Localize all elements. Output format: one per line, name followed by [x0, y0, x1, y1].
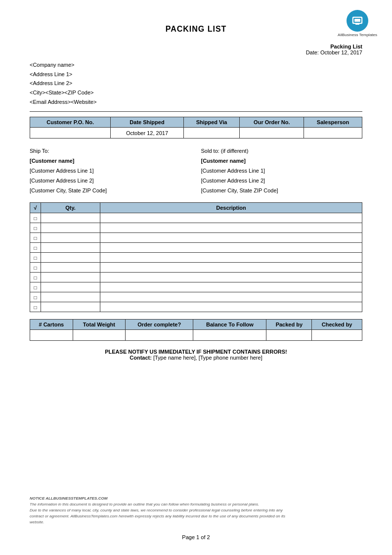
item-qty — [41, 282, 100, 292]
col-qty: Qty. — [41, 203, 100, 213]
footer-notice-header: NOTICE ALLBUSINESSTEMPLATES.COM — [30, 496, 362, 502]
item-description — [100, 253, 362, 263]
city-state-zip: <City><State><ZIP Code> — [30, 88, 362, 97]
sold-to-block: Sold to: (if different) [Customer name] … — [201, 146, 363, 195]
document-page: AllBusiness Templates PACKING LIST Packi… — [0, 0, 392, 555]
ship-to-name: [Customer name] — [30, 156, 191, 166]
col-customer-po: Customer P.O. No. — [30, 117, 111, 128]
cell-date-shipped: October 12, 2017 — [111, 128, 183, 139]
item-row: □ — [30, 213, 362, 223]
item-check: □ — [30, 213, 41, 223]
item-qty — [41, 273, 100, 282]
item-description — [100, 282, 362, 292]
doc-date-label: Date: — [306, 49, 319, 55]
section-divider — [30, 111, 362, 112]
item-description — [100, 273, 362, 282]
notice-section: PLEASE NOTIFY US IMMEDIATELY IF SHIPMENT… — [30, 349, 362, 361]
ship-sold-section: Ship To: [Customer name] [Customer Addre… — [30, 146, 362, 195]
contact-value: [Type name here], [Type phone number her… — [153, 355, 262, 361]
item-row: □ — [30, 253, 362, 263]
notice-contact: Contact: [Type name here], [Type phone n… — [30, 355, 362, 361]
contact-label: Contact: — [130, 355, 153, 361]
page-title: PACKING LIST — [30, 25, 362, 34]
ship-to-label: Ship To: — [30, 146, 191, 156]
logo-icon — [347, 10, 368, 32]
cell-total-weight — [73, 330, 125, 341]
footer-notice: NOTICE ALLBUSINESSTEMPLATES.COM The info… — [30, 496, 362, 525]
item-check: □ — [30, 263, 41, 273]
item-check: □ — [30, 273, 41, 282]
header-table: Customer P.O. No. Date Shipped Shipped V… — [30, 117, 362, 139]
item-check: □ — [30, 282, 41, 292]
item-row: □ — [30, 302, 362, 312]
ship-to-addr1: [Customer Address Line 1] — [30, 166, 191, 176]
col-order-no: Our Order No. — [240, 117, 304, 128]
col-order-complete: Order complete? — [125, 320, 193, 330]
ship-to-city: [Customer City, State ZIP Code] — [30, 186, 191, 196]
items-table: √ Qty. Description □ □ □ □ □ □ — [30, 202, 362, 312]
summary-row — [30, 330, 362, 341]
item-qty — [41, 302, 100, 312]
cell-shipped-via — [183, 128, 240, 139]
notice-main: PLEASE NOTIFY US IMMEDIATELY IF SHIPMENT… — [30, 349, 362, 355]
cell-salesperson — [304, 128, 362, 139]
doc-date-value: October 12, 2017 — [320, 49, 362, 55]
item-check: □ — [30, 253, 41, 263]
col-date-shipped: Date Shipped — [111, 117, 183, 128]
cell-order-complete — [125, 330, 193, 341]
item-qty — [41, 243, 100, 253]
sold-to-addr1: [Customer Address Line 1] — [201, 166, 363, 176]
col-description: Description — [100, 203, 362, 213]
item-row: □ — [30, 292, 362, 302]
address-line2: <Address Line 2> — [30, 79, 362, 88]
logo-area: AllBusiness Templates — [338, 10, 377, 38]
svg-rect-2 — [354, 19, 360, 22]
item-description — [100, 213, 362, 223]
summary-table: # Cartons Total Weight Order complete? B… — [30, 319, 362, 341]
address-line1: <Address Line 1> — [30, 70, 362, 79]
doc-info: Packing List Date: October 12, 2017 — [30, 44, 362, 55]
doc-label: Packing List — [330, 44, 362, 49]
item-row: □ — [30, 233, 362, 243]
company-name: <Company name> — [30, 60, 362, 70]
col-total-weight: Total Weight — [73, 320, 125, 330]
logo-text: AllBusiness Templates — [338, 33, 377, 38]
col-check: √ — [30, 203, 41, 213]
sold-to-name: [Customer name] — [201, 156, 363, 166]
item-description — [100, 223, 362, 233]
cell-order-no — [240, 128, 304, 139]
item-check: □ — [30, 233, 41, 243]
item-description — [100, 292, 362, 302]
header-data-row: October 12, 2017 — [30, 128, 362, 139]
item-qty — [41, 233, 100, 243]
item-qty — [41, 263, 100, 273]
company-info: <Company name> <Address Line 1> <Address… — [30, 60, 362, 106]
sold-to-label: Sold to: (if different) — [201, 146, 363, 156]
item-row: □ — [30, 273, 362, 282]
svg-rect-4 — [356, 23, 358, 24]
cell-balance-follow — [193, 330, 266, 341]
item-row: □ — [30, 243, 362, 253]
item-qty — [41, 213, 100, 223]
item-check: □ — [30, 302, 41, 312]
cell-cartons — [30, 330, 73, 341]
cell-packed-by — [266, 330, 312, 341]
footer-notice-text: The information in this document is desi… — [30, 502, 362, 525]
item-check: □ — [30, 292, 41, 302]
item-row: □ — [30, 263, 362, 273]
col-cartons: # Cartons — [30, 320, 73, 330]
item-row: □ — [30, 282, 362, 292]
col-salesperson: Salesperson — [304, 117, 362, 128]
col-shipped-via: Shipped Via — [183, 117, 240, 128]
cell-checked-by — [312, 330, 362, 341]
item-qty — [41, 223, 100, 233]
item-description — [100, 233, 362, 243]
item-check: □ — [30, 243, 41, 253]
col-checked-by: Checked by — [312, 320, 362, 330]
col-packed-by: Packed by — [266, 320, 312, 330]
ship-to-addr2: [Customer Address Line 2] — [30, 176, 191, 186]
sold-to-addr2: [Customer Address Line 2] — [201, 176, 363, 186]
item-qty — [41, 253, 100, 263]
ship-to-block: Ship To: [Customer name] [Customer Addre… — [30, 146, 191, 195]
item-check: □ — [30, 223, 41, 233]
